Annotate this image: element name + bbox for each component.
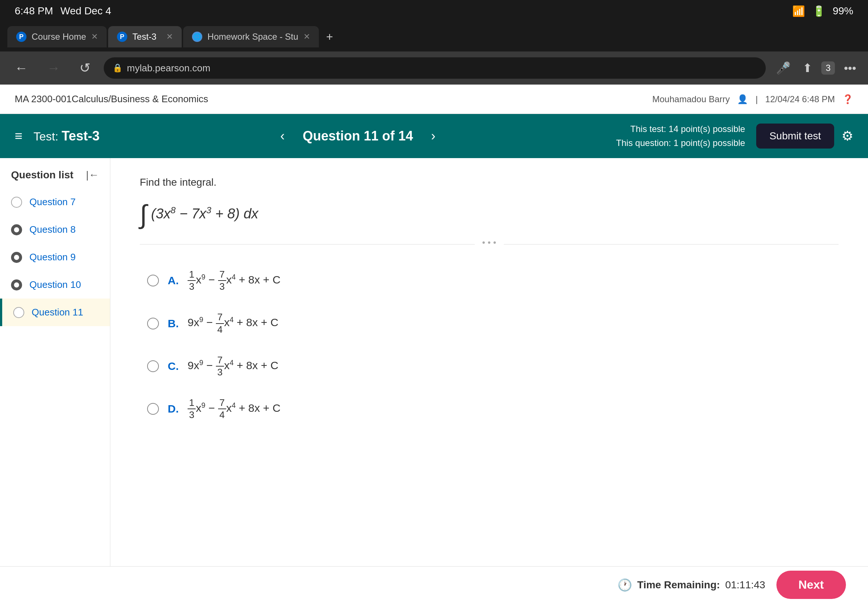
radio-choice-a[interactable] xyxy=(147,275,159,286)
more-button[interactable]: ••• xyxy=(841,59,859,78)
status-day: Wed Dec 4 xyxy=(60,5,111,17)
lock-icon: 🔒 xyxy=(113,63,122,73)
separator: | xyxy=(755,94,758,104)
user-icon: 👤 xyxy=(737,94,748,104)
tab-icon-pearson-2: P xyxy=(117,32,127,42)
tab-icon-pearson-1: P xyxy=(16,32,26,42)
radio-q9 xyxy=(11,252,22,263)
sidebar-q11-label: Question 11 xyxy=(32,307,83,318)
main-layout: Question list |← Question 7 Question 8 Q… xyxy=(0,158,868,566)
sidebar-title: Question list xyxy=(11,169,74,181)
choice-a-label: A. xyxy=(168,274,179,287)
question-points: This question: 1 point(s) possible xyxy=(616,136,745,150)
new-tab-button[interactable]: + xyxy=(320,30,339,44)
radio-q10 xyxy=(11,280,22,291)
timer-icon: 🕐 xyxy=(617,578,632,592)
tab-label-homework: Homework Space - Stu xyxy=(207,32,298,42)
sidebar-item-q8[interactable]: Question 8 xyxy=(0,216,110,243)
choice-b-label: B. xyxy=(168,317,179,330)
choice-b[interactable]: B. 9x9 − 74x4 + 8x + C xyxy=(140,302,839,345)
browser-chrome: P Course Home ✕ P Test-3 ✕ 🌐 Homework Sp… xyxy=(0,22,868,85)
timer-value: 01:11:43 xyxy=(725,579,765,591)
test-info: This test: 14 point(s) possible This que… xyxy=(616,122,745,150)
choice-d-math: 13x9 − 74x4 + 8x + C xyxy=(187,397,281,421)
submit-test-button[interactable]: Submit test xyxy=(756,124,834,148)
next-button[interactable]: Next xyxy=(777,571,846,599)
test-prefix: Test: xyxy=(34,130,62,143)
sidebar-item-q9[interactable]: Question 9 xyxy=(0,243,110,271)
prev-question-button[interactable]: ‹ xyxy=(273,127,292,145)
choice-a[interactable]: A. 13x9 − 73x4 + 8x + C xyxy=(140,259,839,302)
tab-homework[interactable]: 🌐 Homework Space - Stu ✕ xyxy=(183,26,319,48)
test-header: ≡ Test: Test-3 ‹ Question 11 of 14 › Thi… xyxy=(0,114,868,158)
forward-button[interactable]: → xyxy=(41,57,66,79)
radio-q8 xyxy=(11,224,22,235)
course-header: MA 2300-001Calculus/Business & Economics… xyxy=(0,85,868,114)
test-points: This test: 14 point(s) possible xyxy=(616,122,745,136)
choice-c-math: 9x9 − 73x4 + 8x + C xyxy=(187,354,279,378)
answer-choices: A. 13x9 − 73x4 + 8x + C B. 9x9 − 74x4 + … xyxy=(140,259,839,431)
divider-dots: • • • xyxy=(475,238,504,248)
bottom-bar: 🕐 Time Remaining: 01:11:43 Next xyxy=(0,566,868,603)
settings-icon[interactable]: ⚙ xyxy=(842,128,853,144)
radio-choice-c[interactable] xyxy=(147,360,159,372)
content-area: Find the integral. ∫ (3x8 − 7x3 + 8) dx … xyxy=(110,158,868,566)
choice-c-label: C. xyxy=(168,360,179,373)
nav-actions: 🎤 ⬆ 3 ••• xyxy=(773,58,859,78)
choice-c[interactable]: C. 9x9 − 73x4 + 8x + C xyxy=(140,345,839,388)
tabs-bar: P Course Home ✕ P Test-3 ✕ 🌐 Homework Sp… xyxy=(0,22,868,51)
status-left: 6:48 PM Wed Dec 4 xyxy=(15,5,111,17)
tab-course-home[interactable]: P Course Home ✕ xyxy=(7,26,107,48)
integral-display: ∫ (3x8 − 7x3 + 8) dx xyxy=(140,199,839,229)
url-text: mylab.pearson.com xyxy=(127,62,210,74)
timer-display: 🕐 Time Remaining: 01:11:43 xyxy=(617,578,765,592)
question-nav: ‹ Question 11 of 14 › xyxy=(100,127,616,145)
course-title: MA 2300-001Calculus/Business & Economics xyxy=(15,93,208,105)
wifi-icon: 📶 xyxy=(792,5,805,17)
course-header-right: Mouhamadou Barry 👤 | 12/04/24 6:48 PM ❓ xyxy=(653,94,853,104)
test-name: Test-3 xyxy=(62,128,99,144)
choice-d[interactable]: D. 13x9 − 74x4 + 8x + C xyxy=(140,388,839,430)
back-button[interactable]: ← xyxy=(9,57,34,79)
datetime: 12/04/24 6:48 PM xyxy=(765,94,835,104)
sidebar-item-q7[interactable]: Question 7 xyxy=(0,188,110,216)
tab-close-3[interactable]: ✕ xyxy=(303,32,310,42)
sidebar-item-q11[interactable]: Question 11 xyxy=(0,298,110,326)
question-indicator: Question 11 of 14 xyxy=(303,128,413,144)
address-bar[interactable]: 🔒 mylab.pearson.com xyxy=(104,57,766,79)
microphone-button[interactable]: 🎤 xyxy=(773,58,794,78)
radio-q7 xyxy=(11,197,22,208)
sidebar-q10-label: Question 10 xyxy=(29,279,81,291)
radio-q11 xyxy=(13,307,24,318)
sidebar-q8-label: Question 8 xyxy=(29,224,76,235)
status-bar: 6:48 PM Wed Dec 4 📶 🔋 99% xyxy=(0,0,868,22)
choice-b-math: 9x9 − 74x4 + 8x + C xyxy=(187,311,279,335)
question-list-sidebar: Question list |← Question 7 Question 8 Q… xyxy=(0,158,110,566)
choice-d-label: D. xyxy=(168,403,179,415)
nav-bar: ← → ↺ 🔒 mylab.pearson.com 🎤 ⬆ 3 ••• xyxy=(0,51,868,85)
tab-icon-globe: 🌐 xyxy=(192,32,202,42)
sidebar-item-q10[interactable]: Question 10 xyxy=(0,271,110,298)
radio-choice-d[interactable] xyxy=(147,403,159,415)
tab-close-1[interactable]: ✕ xyxy=(91,32,98,42)
reload-button[interactable]: ↺ xyxy=(74,57,96,79)
tab-count-badge: 3 xyxy=(821,62,835,75)
status-right: 📶 🔋 99% xyxy=(792,5,853,17)
tab-test-3[interactable]: P Test-3 ✕ xyxy=(108,26,182,48)
battery-percent: 99% xyxy=(833,5,853,17)
test-title: Test: Test-3 xyxy=(34,128,100,144)
tab-label-test-3: Test-3 xyxy=(132,32,156,42)
help-icon[interactable]: ❓ xyxy=(842,94,853,104)
radio-choice-b[interactable] xyxy=(147,318,159,329)
share-button[interactable]: ⬆ xyxy=(800,58,815,78)
tab-label-course-home: Course Home xyxy=(32,32,86,42)
menu-icon[interactable]: ≡ xyxy=(15,128,22,144)
battery-icon: 🔋 xyxy=(812,5,825,17)
collapse-sidebar-button[interactable]: |← xyxy=(86,169,99,181)
sidebar-header: Question list |← xyxy=(0,165,110,188)
sidebar-q7-label: Question 7 xyxy=(29,196,76,208)
sidebar-q9-label: Question 9 xyxy=(29,252,76,263)
tab-close-2[interactable]: ✕ xyxy=(166,32,173,42)
question-prompt: Find the integral. xyxy=(140,176,839,188)
next-question-button[interactable]: › xyxy=(424,127,443,145)
